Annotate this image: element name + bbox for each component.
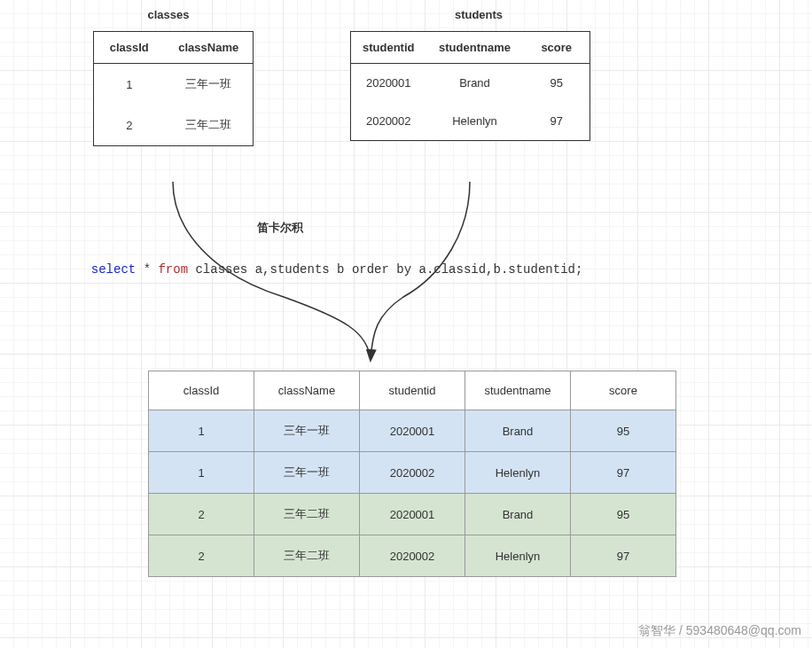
result-col-classId: classId bbox=[149, 371, 254, 410]
cell: Helenlyn bbox=[426, 102, 524, 141]
classes-col-classId: classId bbox=[94, 32, 165, 64]
cell: 2 bbox=[94, 105, 165, 146]
watermark: 翁智华 / 593480648@qq.com bbox=[638, 623, 801, 639]
sql-from: from bbox=[158, 262, 188, 277]
sql-rest: classes a,students b order by a.classid,… bbox=[188, 262, 582, 277]
result-col-studentname: studentname bbox=[465, 371, 571, 410]
cell: 97 bbox=[524, 102, 590, 141]
cell: 95 bbox=[571, 410, 676, 452]
cell: 2020002 bbox=[360, 452, 465, 494]
sql-select: select bbox=[91, 262, 136, 277]
cell: 97 bbox=[571, 535, 676, 577]
table-row: 1三年一班 bbox=[94, 64, 254, 105]
cell: 1 bbox=[149, 452, 254, 494]
cell: 三年一班 bbox=[254, 410, 360, 452]
classes-table: classIdclassName 1三年一班2三年二班 bbox=[93, 31, 254, 146]
cell: 1 bbox=[94, 64, 165, 105]
cell: Helenlyn bbox=[465, 452, 571, 494]
table-row: 2三年二班2020002Helenlyn97 bbox=[149, 535, 676, 577]
cell: 三年二班 bbox=[254, 494, 360, 535]
classes-col-className: className bbox=[165, 32, 254, 64]
students-title: students bbox=[448, 8, 510, 21]
classes-title: classes bbox=[137, 8, 199, 21]
table-row: 1三年一班2020002Helenlyn97 bbox=[149, 452, 676, 494]
cell: Brand bbox=[426, 64, 524, 103]
cell: 2 bbox=[149, 535, 254, 577]
result-table: classIdclassNamestudentidstudentnamescor… bbox=[148, 371, 676, 577]
cell: 2020001 bbox=[351, 64, 426, 103]
join-label: 笛卡尔积 bbox=[257, 220, 303, 236]
cell: 三年一班 bbox=[254, 452, 360, 494]
cell: 2020002 bbox=[351, 102, 426, 141]
cell: 95 bbox=[571, 494, 676, 535]
students-col-studentname: studentname bbox=[426, 32, 524, 64]
sql-star: * bbox=[136, 262, 158, 277]
students-table: studentidstudentnamescore 2020001Brand95… bbox=[350, 31, 590, 141]
cell: 2020002 bbox=[360, 535, 465, 577]
table-row: 2三年二班2020001Brand95 bbox=[149, 494, 676, 535]
cell: Helenlyn bbox=[465, 535, 571, 577]
cell: 2 bbox=[149, 494, 254, 535]
cell: 三年二班 bbox=[254, 535, 360, 577]
cell: 1 bbox=[149, 410, 254, 452]
result-col-studentid: studentid bbox=[360, 371, 465, 410]
cell: 97 bbox=[571, 452, 676, 494]
result-col-className: className bbox=[254, 371, 360, 410]
cell: 2020001 bbox=[360, 494, 465, 535]
table-row: 2020002Helenlyn97 bbox=[351, 102, 590, 141]
result-col-score: score bbox=[571, 371, 676, 410]
cell: Brand bbox=[465, 494, 571, 535]
cell: 三年一班 bbox=[165, 64, 254, 105]
cell: 95 bbox=[524, 64, 590, 103]
table-row: 2020001Brand95 bbox=[351, 64, 590, 103]
students-col-studentid: studentid bbox=[351, 32, 426, 64]
students-col-score: score bbox=[524, 32, 590, 64]
table-row: 2三年二班 bbox=[94, 105, 254, 146]
cell: Brand bbox=[465, 410, 571, 452]
table-row: 1三年一班2020001Brand95 bbox=[149, 410, 676, 452]
cell: 三年二班 bbox=[165, 105, 254, 146]
sql-statement: select * from classes a,students b order… bbox=[76, 248, 582, 277]
cell: 2020001 bbox=[360, 410, 465, 452]
